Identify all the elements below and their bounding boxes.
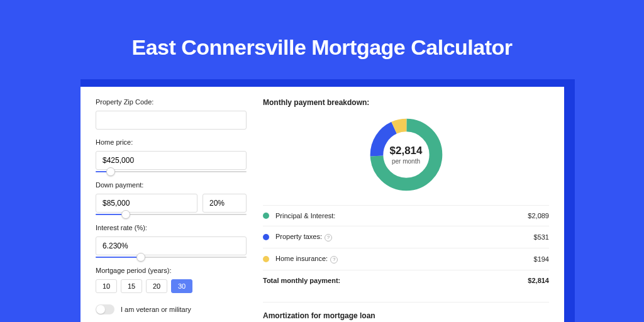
interest-input[interactable] xyxy=(96,236,247,255)
legend-insurance-label: Home insurance:? xyxy=(275,255,534,264)
period-option-15[interactable]: 15 xyxy=(121,279,142,293)
donut-total-amount: $2,814 xyxy=(390,145,423,157)
legend-total-value: $2,814 xyxy=(528,277,549,284)
page-background: East Connersville Mortgage Calculator Pr… xyxy=(0,0,644,322)
form-column: Property Zip Code: Home price: Down paym… xyxy=(96,98,247,322)
legend-insurance: Home insurance:? $194 xyxy=(263,248,549,270)
info-icon[interactable]: ? xyxy=(330,256,338,264)
veteran-toggle-knob xyxy=(96,305,105,314)
down-payment-group: Down payment: xyxy=(96,181,247,215)
interest-slider-thumb[interactable] xyxy=(136,253,145,262)
down-payment-slider[interactable] xyxy=(96,214,247,215)
home-price-label: Home price: xyxy=(96,138,247,146)
home-price-slider-thumb[interactable] xyxy=(106,167,115,176)
legend-taxes-label: Property taxes:? xyxy=(275,233,534,242)
down-payment-amount-input[interactable] xyxy=(96,194,197,213)
legend-taxes: Property taxes:? $531 xyxy=(263,226,549,248)
zip-group: Property Zip Code: xyxy=(96,98,247,130)
interest-group: Interest rate (%): xyxy=(96,224,247,258)
amortization-title: Amortization for mortgage loan xyxy=(263,311,549,320)
period-group: Mortgage period (years): 10 15 20 30 xyxy=(96,267,247,293)
zip-label: Property Zip Code: xyxy=(96,98,247,106)
down-payment-label: Down payment: xyxy=(96,181,247,189)
veteran-row: I am veteran or military xyxy=(96,304,247,314)
dot-principal-icon xyxy=(263,213,269,219)
calculator-panel: Property Zip Code: Home price: Down paym… xyxy=(80,87,564,322)
veteran-toggle[interactable] xyxy=(96,304,114,314)
zip-input[interactable] xyxy=(96,111,247,130)
home-price-group: Home price: xyxy=(96,138,247,172)
dot-taxes-icon xyxy=(263,234,269,240)
period-label: Mortgage period (years): xyxy=(96,267,247,274)
veteran-label: I am veteran or military xyxy=(121,306,191,313)
info-icon[interactable]: ? xyxy=(325,234,332,242)
amortization-section: Amortization for mortgage loan Amortizat… xyxy=(263,302,549,322)
down-payment-pct-input[interactable] xyxy=(203,194,247,213)
breakdown-column: Monthly payment breakdown: $2,814 per mo… xyxy=(263,98,549,322)
legend-insurance-value: $194 xyxy=(534,255,549,263)
interest-label: Interest rate (%): xyxy=(96,224,247,231)
panel-inner: Property Zip Code: Home price: Down paym… xyxy=(80,87,564,322)
home-price-slider[interactable] xyxy=(96,171,247,172)
period-option-30[interactable]: 30 xyxy=(171,279,192,293)
legend-principal: Principal & Interest: $2,089 xyxy=(263,205,549,226)
period-option-10[interactable]: 10 xyxy=(96,279,117,293)
donut-total-sub: per month xyxy=(392,158,420,165)
legend-taxes-value: $531 xyxy=(534,233,549,241)
dot-insurance-icon xyxy=(263,256,269,262)
page-title: East Connersville Mortgage Calculator xyxy=(0,0,644,60)
donut-chart-wrap: $2,814 per month xyxy=(263,116,549,194)
legend-principal-value: $2,089 xyxy=(528,212,549,219)
legend-total: Total monthly payment: $2,814 xyxy=(263,270,549,291)
home-price-input[interactable] xyxy=(96,151,247,170)
legend-principal-label: Principal & Interest: xyxy=(275,212,528,219)
breakdown-title: Monthly payment breakdown: xyxy=(263,98,549,107)
period-option-20[interactable]: 20 xyxy=(146,279,167,293)
period-options: 10 15 20 30 xyxy=(96,279,247,293)
interest-slider[interactable] xyxy=(96,257,247,258)
donut-chart: $2,814 per month xyxy=(367,116,445,194)
down-payment-slider-thumb[interactable] xyxy=(121,210,130,219)
donut-center: $2,814 per month xyxy=(367,116,445,194)
legend-total-label: Total monthly payment: xyxy=(263,277,528,284)
